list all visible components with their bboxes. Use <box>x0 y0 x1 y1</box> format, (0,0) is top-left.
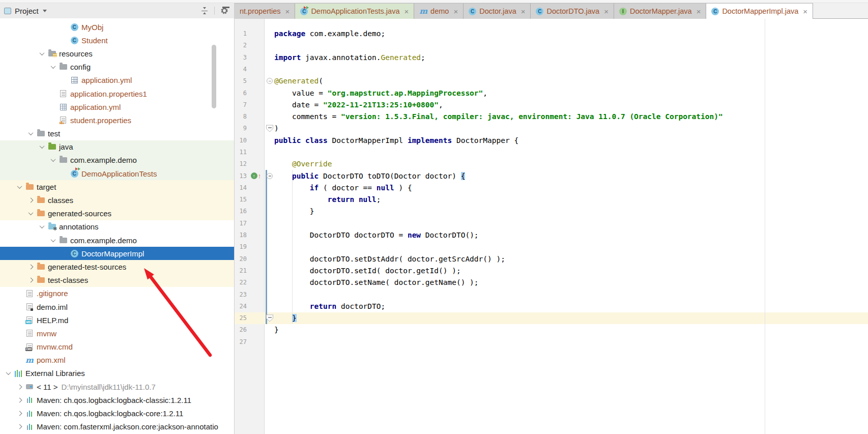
tree-item-generated-test-sources[interactable]: generated-test-sources <box>0 260 234 273</box>
tree-chevron-icon[interactable] <box>37 49 47 58</box>
code-line-21[interactable]: 21 doctorDTO.setId( doctor.getId() ); <box>235 265 868 276</box>
code-line-26[interactable]: 26} <box>235 324 868 336</box>
tree-scrollbar[interactable] <box>212 45 216 108</box>
tree-item-classes[interactable]: classes <box>0 193 234 207</box>
close-icon[interactable]: × <box>697 7 701 16</box>
tree-item-annotations[interactable]: annotations <box>0 220 234 234</box>
code-line-2[interactable]: 2 <box>235 40 868 51</box>
implements-gutter-icon[interactable]: ↑ <box>251 172 257 179</box>
close-icon[interactable]: × <box>453 7 458 16</box>
code-line-20[interactable]: 20 doctorDTO.setDstAddr( doctor.getSrcAd… <box>235 253 868 265</box>
code-line-27[interactable]: 27 <box>235 336 868 348</box>
tree-item-gitignore[interactable]: .gitignore <box>0 287 234 300</box>
tree-chevron-icon[interactable] <box>25 209 36 218</box>
tree-item-maven-com-fasterxml-jackson-core-jackson-annotatio[interactable]: Maven: com.fasterxml.jackson.core:jackso… <box>0 420 234 433</box>
close-icon[interactable]: × <box>803 7 807 16</box>
code-line-11[interactable]: 11 <box>235 146 868 158</box>
code-line-10[interactable]: 10public class DoctorMapperImpl implemen… <box>235 134 868 146</box>
tree-item-generated-sources[interactable]: generated-sources <box>0 207 234 220</box>
tab-doctor-java[interactable]: CDoctor.java× <box>464 3 531 19</box>
tab-demo[interactable]: mdemo× <box>414 3 464 19</box>
code-editor[interactable]: 1package com.example.demo;23import javax… <box>235 27 868 348</box>
tree-chevron-icon[interactable] <box>48 236 58 245</box>
tab-doctormapperimpl-java[interactable]: CDoctorMapperImpl.java× <box>706 3 813 19</box>
tree-item-demoapplicationtests[interactable]: CDemoApplicationTests <box>0 167 234 180</box>
code-line-8[interactable]: 8 comments = "version: 1.5.3.Final, comp… <box>235 110 868 122</box>
tree-item-myobj[interactable]: CMyObj <box>0 20 234 34</box>
tree-chevron-icon[interactable] <box>37 222 47 232</box>
fold-end-icon[interactable] <box>266 125 273 132</box>
tab-nt-properties[interactable]: nt.properties× <box>235 3 295 19</box>
tree-chevron-icon[interactable] <box>14 409 24 418</box>
tab-demoapplicationtests-java[interactable]: CDemoApplicationTests.java× <box>295 3 414 19</box>
hide-panel-icon[interactable] <box>222 7 229 8</box>
fold-open-icon[interactable] <box>267 78 273 84</box>
tree-item-com-example-demo[interactable]: com.example.demo <box>0 154 234 167</box>
tree-chevron-icon[interactable] <box>3 369 13 378</box>
tree-item-student-properties[interactable]: student.properties <box>0 113 234 127</box>
code-line-22[interactable]: 22 doctorDTO.setName( doctor.getName() )… <box>235 277 868 288</box>
code-line-9[interactable]: 9) <box>235 123 868 134</box>
code-line-16[interactable]: 16 } <box>235 206 868 217</box>
tree-chevron-icon[interactable] <box>48 156 58 165</box>
tree-chevron-icon[interactable] <box>25 262 36 271</box>
tab-doctordto-java[interactable]: CDoctorDTO.java× <box>531 3 614 19</box>
code-line-19[interactable]: 19 <box>235 241 868 253</box>
tree-item-target[interactable]: target <box>0 180 234 193</box>
tree-item-com-example-demo[interactable]: com.example.demo <box>0 234 234 247</box>
tab-doctormapper-java[interactable]: IDoctorMapper.java× <box>614 3 706 19</box>
tree-item-student[interactable]: CStudent <box>0 34 234 47</box>
code-line-7[interactable]: 7 date = "2022-11-21T13:25:10+0800", <box>235 99 868 110</box>
tree-item-pom-xml[interactable]: mpom.xml <box>0 354 234 367</box>
tree-item-config[interactable]: config <box>0 61 234 74</box>
tree-chevron-icon[interactable] <box>14 182 24 191</box>
code-line-15[interactable]: 15 return null; <box>235 194 868 206</box>
close-icon[interactable]: × <box>285 7 290 16</box>
tree-item-application-yml[interactable]: application.yml <box>0 100 234 113</box>
tree-item-test[interactable]: test <box>0 127 234 140</box>
tree-chevron-icon[interactable] <box>25 196 36 205</box>
collapse-all-button[interactable] <box>199 5 210 16</box>
tree-chevron-icon[interactable] <box>14 382 24 391</box>
tree-item-maven-ch-qos-logback-logback-core-1-2-11[interactable]: Maven: ch.qos.logback:logback-core:1.2.1… <box>0 407 234 420</box>
tree-item-application-properties1[interactable]: application.properties1 <box>0 87 234 100</box>
fold-end-icon[interactable] <box>266 314 273 322</box>
code-line-3[interactable]: 3import javax.annotation.Generated; <box>235 51 868 63</box>
tree-item-11[interactable]: < 11 >D:\myinstall\jdk11\jdk-11.0.7 <box>0 380 234 393</box>
tree-item-resources[interactable]: resources <box>0 47 234 60</box>
code-line-12[interactable]: 12 @Override <box>235 158 868 170</box>
close-icon[interactable]: × <box>604 7 609 16</box>
tree-item-mvnw[interactable]: mvnw <box>0 327 234 340</box>
code-line-25[interactable]: 25 } <box>235 312 868 324</box>
tree-item-application-yml[interactable]: application.yml <box>0 74 234 87</box>
tree-item-help-md[interactable]: MDHELP.md <box>0 313 234 327</box>
tree-item-doctormapperimpl[interactable]: CDoctorMapperImpl <box>0 247 234 260</box>
code-line-14[interactable]: 14 if ( doctor == null ) { <box>235 182 868 193</box>
fold-open-icon[interactable] <box>267 173 273 179</box>
code-line-1[interactable]: 1package com.example.demo; <box>235 27 868 39</box>
code-line-18[interactable]: 18 DoctorDTO doctorDTO = new DoctorDTO()… <box>235 229 868 241</box>
tree-chevron-icon[interactable] <box>37 142 47 152</box>
tree-chevron-icon[interactable] <box>14 395 24 404</box>
line-number: 12 <box>235 160 247 167</box>
chevron-down-icon[interactable] <box>43 10 47 12</box>
close-icon[interactable]: × <box>521 7 526 16</box>
tree-item-demo-iml[interactable]: demo.iml <box>0 300 234 313</box>
code-line-23[interactable]: 23 <box>235 288 868 300</box>
code-line-17[interactable]: 17 <box>235 217 868 229</box>
code-line-5[interactable]: 5@Generated( <box>235 75 868 87</box>
tree-chevron-icon[interactable] <box>14 422 24 431</box>
tree-item-test-classes[interactable]: test-classes <box>0 274 234 287</box>
code-line-6[interactable]: 6 value = "org.mapstruct.ap.MappingProce… <box>235 87 868 99</box>
code-line-4[interactable]: 4 <box>235 63 868 75</box>
tree-item-maven-ch-qos-logback-logback-classic-1-2-11[interactable]: Maven: ch.qos.logback:logback-classic:1.… <box>0 393 234 407</box>
tree-chevron-icon[interactable] <box>25 129 36 138</box>
tree-item-java[interactable]: java <box>0 140 234 154</box>
tree-chevron-icon[interactable] <box>25 276 36 285</box>
tree-item-mvnw-cmd[interactable]: CMDmvnw.cmd <box>0 340 234 354</box>
code-line-24[interactable]: 24 return doctorDTO; <box>235 300 868 312</box>
tree-item-external-libraries[interactable]: External Libraries <box>0 367 234 380</box>
tree-chevron-icon[interactable] <box>48 63 58 72</box>
close-icon[interactable]: × <box>404 7 409 16</box>
code-line-13[interactable]: 13↑↑ public DoctorDTO toDTO(Doctor docto… <box>235 170 868 182</box>
